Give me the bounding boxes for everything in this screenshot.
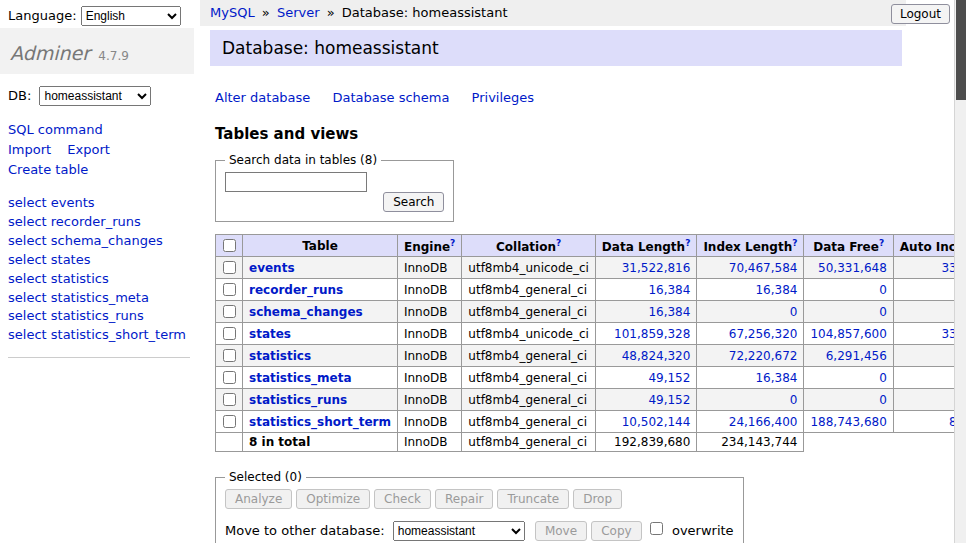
sidebar-link-create-table[interactable]: Create table [8, 162, 88, 177]
main-content: Database: homeassistant Alter database D… [210, 30, 902, 543]
row-checkbox[interactable] [223, 327, 236, 340]
search-input[interactable] [225, 172, 367, 192]
index-length-cell: 16,384 [697, 367, 804, 389]
breadcrumb: MySQL » Server » Database: homeassistant [200, 0, 906, 26]
table-row-states: statesInnoDButf8mb4_unicode_ci101,859,32… [216, 323, 966, 345]
row-checkbox[interactable] [223, 261, 236, 274]
row-checkbox[interactable] [223, 371, 236, 384]
repair-button[interactable]: Repair [435, 489, 493, 509]
breadcrumb-separator: » [262, 5, 270, 20]
collation-cell: utf8mb4_general_ci [462, 411, 596, 433]
total-index-length-cell: 234,143,744 [697, 433, 804, 452]
row-checkbox[interactable] [223, 283, 236, 296]
search-button[interactable]: Search [383, 192, 444, 212]
collation-cell: utf8mb4_general_ci [462, 367, 596, 389]
row-checkbox[interactable] [223, 349, 236, 362]
language-select[interactable]: English [81, 6, 181, 26]
table-link-statistics-runs[interactable]: statistics_runs [249, 393, 347, 407]
database-nav-links: Alter database Database schema Privilege… [215, 90, 902, 105]
table-name-cell: states [243, 323, 398, 345]
nav-link-alter-database[interactable]: Alter database [215, 90, 310, 105]
row-checkbox[interactable] [223, 415, 236, 428]
table-name-cell: events [243, 257, 398, 279]
language-bar: Language: English [8, 6, 181, 26]
collation-cell: utf8mb4_general_ci [462, 345, 596, 367]
data-free-cell: 188,743,680 [804, 411, 893, 433]
check-button[interactable]: Check [374, 489, 431, 509]
sidebar-action-links: SQL command Import Export Create table [8, 120, 168, 180]
copy-button[interactable]: Copy [591, 521, 641, 541]
help-link[interactable]: ? [792, 238, 797, 248]
sidebar-table-link-select-recorder-runs[interactable]: select recorder_runs [8, 213, 190, 232]
table-link-statistics-meta[interactable]: statistics_meta [249, 371, 352, 385]
table-link-states[interactable]: states [249, 327, 291, 341]
sidebar-link-sql-command[interactable]: SQL command [8, 122, 103, 137]
data-free-cell: 0 [804, 279, 893, 301]
engine-cell: InnoDB [397, 323, 461, 345]
sidebar: Adminer 4.7.9 DB: homeassistant SQL comm… [0, 28, 194, 370]
selected-fieldset: Selected (0) AnalyzeOptimizeCheckRepairT… [215, 470, 744, 543]
selected-legend: Selected (0) [225, 470, 306, 484]
table-link-statistics-short-term[interactable]: statistics_short_term [249, 415, 391, 429]
sidebar-table-link-select-events[interactable]: select events [8, 194, 190, 213]
sidebar-link-import[interactable]: Import [8, 142, 51, 157]
overwrite-label[interactable]: overwrite [672, 523, 734, 538]
optimize-button[interactable]: Optimize [296, 489, 370, 509]
table-link-statistics[interactable]: statistics [249, 349, 311, 363]
select-all-header-cell [216, 235, 243, 257]
sidebar-table-link-select-statistics-short-term[interactable]: select statistics_short_term [8, 326, 190, 345]
sidebar-table-link-select-states[interactable]: select states [8, 251, 190, 270]
row-checkbox-cell [216, 389, 243, 411]
help-link[interactable]: ? [556, 238, 561, 248]
sidebar-table-links: select events select recorder_runs selec… [8, 194, 190, 358]
data-free-cell: 6,291,456 [804, 345, 893, 367]
breadcrumb-mysql-link[interactable]: MySQL [210, 5, 255, 20]
engine-cell: InnoDB [397, 279, 461, 301]
drop-button[interactable]: Drop [573, 489, 622, 509]
data-length-cell: 10,502,144 [595, 411, 697, 433]
breadcrumb-server-link[interactable]: Server [277, 5, 320, 20]
collation-cell: utf8mb4_general_ci [462, 301, 596, 323]
sidebar-table-link-select-schema-changes[interactable]: select schema_changes [8, 232, 190, 251]
breadcrumb-separator: » [327, 5, 335, 20]
column-header-collation: Collation? [462, 235, 596, 257]
total-checkbox-cell [216, 433, 243, 452]
help-link[interactable]: ? [879, 238, 884, 248]
scrollbar-thumb[interactable] [956, 0, 966, 100]
nav-link-privileges[interactable]: Privileges [472, 90, 535, 105]
column-header-data-length: Data Length? [595, 235, 697, 257]
engine-cell: InnoDB [397, 389, 461, 411]
collation-cell: utf8mb4_unicode_ci [462, 257, 596, 279]
table-row-statistics: statisticsInnoDButf8mb4_general_ci48,824… [216, 345, 966, 367]
db-select[interactable]: homeassistant [39, 86, 151, 106]
help-link[interactable]: ? [685, 238, 690, 248]
table-link-schema-changes[interactable]: schema_changes [249, 305, 363, 319]
table-name-cell: schema_changes [243, 301, 398, 323]
db-selector-row: DB: homeassistant [8, 86, 186, 106]
logout-button[interactable]: Logout [891, 4, 950, 24]
table-total-row: 8 in totalInnoDButf8mb4_general_ci192,83… [216, 433, 966, 452]
select-all-checkbox[interactable] [223, 239, 236, 252]
page-scrollbar[interactable] [954, 0, 966, 543]
sidebar-table-link-select-statistics[interactable]: select statistics [8, 270, 190, 289]
move-button[interactable]: Move [535, 521, 587, 541]
row-checkbox[interactable] [223, 393, 236, 406]
sidebar-link-export[interactable]: Export [67, 142, 110, 157]
data-length-cell: 101,859,328 [595, 323, 697, 345]
help-link[interactable]: ? [450, 238, 455, 248]
collation-cell: utf8mb4_general_ci [462, 279, 596, 301]
sidebar-table-link-select-statistics-meta[interactable]: select statistics_meta [8, 289, 190, 308]
data-length-cell: 48,824,320 [595, 345, 697, 367]
sidebar-table-link-select-statistics-runs[interactable]: select statistics_runs [8, 307, 190, 326]
row-checkbox-cell [216, 323, 243, 345]
data-free-cell: 104,857,600 [804, 323, 893, 345]
nav-link-database-schema[interactable]: Database schema [333, 90, 450, 105]
move-db-select[interactable]: homeassistant [393, 521, 525, 541]
overwrite-checkbox[interactable] [650, 522, 663, 535]
row-checkbox[interactable] [223, 305, 236, 318]
total-collation-cell: utf8mb4_general_ci [462, 433, 596, 452]
truncate-button[interactable]: Truncate [497, 489, 569, 509]
table-link-recorder-runs[interactable]: recorder_runs [249, 283, 343, 297]
table-link-events[interactable]: events [249, 261, 295, 275]
analyze-button[interactable]: Analyze [225, 489, 292, 509]
